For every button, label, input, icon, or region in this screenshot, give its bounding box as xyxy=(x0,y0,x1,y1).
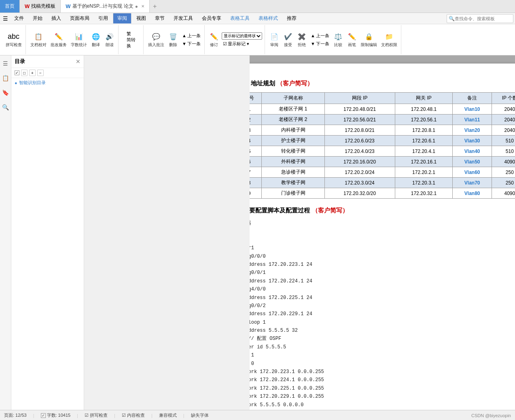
doc-area[interactable]: 3. IP 地址规划 （客户简写） 序号 子网名称 网段 IP 网关 IP 备注… xyxy=(250,55,515,410)
sidebar-icon-menu[interactable]: ☰ xyxy=(2,59,10,68)
prev2-button[interactable]: ▲ 上一条 xyxy=(309,32,331,39)
tab-vip[interactable]: 会员专享 xyxy=(198,13,225,23)
insert-comment-button[interactable]: 💬 插入批注 xyxy=(147,31,165,49)
table-cell-3-0: 4 xyxy=(250,136,262,146)
delete-comment-button[interactable]: 🗑️ 删除 xyxy=(167,31,179,49)
compare-button[interactable]: ⚖️ 比较 xyxy=(332,31,344,49)
tab-file[interactable]: 文件 xyxy=(10,13,28,23)
review-button[interactable]: 📄 审阅 xyxy=(268,31,280,49)
doc-perm-icon: 📁 xyxy=(384,32,394,42)
table-row: 5转化楼子网172.20.4.0/23172.20.4.1Vlan40510 xyxy=(250,146,515,157)
batch-button[interactable]: ✏️ 批改服务 xyxy=(49,31,68,49)
tab-recommend[interactable]: 推荐 xyxy=(283,13,301,23)
read-button[interactable]: 🔊 朗读 xyxy=(104,31,116,49)
review-label: 审阅 xyxy=(270,42,278,48)
translate-button[interactable]: 🌐 翻译 xyxy=(90,31,102,49)
tab-table-tools[interactable]: 表格工具 xyxy=(226,13,254,23)
search-input[interactable] xyxy=(455,16,511,21)
unsaved-dot: ● xyxy=(135,4,138,9)
tab-home[interactable]: 首页 xyxy=(0,0,20,13)
tab-doc[interactable]: W 基于的eNSP...计与实现 论文 ● ✕ xyxy=(61,0,150,13)
table-cell-6-4: Vlan60 xyxy=(453,167,492,178)
code-line: area 0 xyxy=(250,360,515,368)
ribbon-content: abc 拼写检查 📋 文档校对 ✏️ 批改服务 📊 字数统计 xyxy=(0,24,515,55)
table-cell-5-1: 外科楼子网 xyxy=(262,157,324,167)
reject-button[interactable]: ✖️ 拒绝 xyxy=(296,31,308,49)
sidebar-icon-search[interactable]: 🔍 xyxy=(2,103,10,111)
restrict-icon: 🔒 xyxy=(364,32,374,42)
table-cell-7-1: 教学楼子网 xyxy=(262,178,324,188)
doc-perm-button[interactable]: 📁 文档权限 xyxy=(380,31,398,49)
sidebar-icon-doc[interactable]: 📋 xyxy=(2,74,10,82)
table-cell-0-3: 172.20.48.1 xyxy=(395,104,453,115)
table-cell-1-3: 172.20.56.1 xyxy=(395,115,453,125)
search-icon: 🔍 xyxy=(449,16,455,21)
draw-button[interactable]: ✏️ 画笔 xyxy=(346,31,358,49)
table-cell-3-5: 510 xyxy=(492,136,515,146)
show-state-select[interactable]: 显示标记的最终状态 xyxy=(222,32,262,40)
sidebar-checkbox[interactable]: ✓ xyxy=(15,70,19,75)
tab-table-style[interactable]: 表格样式 xyxy=(254,13,282,23)
tab-template[interactable]: W 找稿壳模板 xyxy=(20,0,61,13)
smart-toc-button[interactable]: ● 智能识别目录 xyxy=(11,78,84,87)
table-cell-7-3: 172.20.3.1 xyxy=(395,178,453,188)
table-cell-2-3: 172.20.8.1 xyxy=(395,125,453,136)
show-marks-button[interactable]: ☑ 显示标记 ▾ xyxy=(222,40,262,47)
spell-check-status[interactable]: ☑ 拼写检查 xyxy=(85,412,108,418)
sidebar-close-button[interactable]: ✕ xyxy=(76,58,81,65)
next2-button[interactable]: ▼ 下一条 xyxy=(309,40,331,47)
code-line: int g4/0/0 xyxy=(250,285,515,293)
tab-layout[interactable]: 页面布局 xyxy=(66,13,93,23)
code-line: ip address 172.20.225.1 24 xyxy=(250,294,515,302)
table-cell-1-1: 老楼区子网 2 xyxy=(262,115,324,125)
next-comment-button[interactable]: ▼ 下一条 xyxy=(181,40,202,47)
code-line: sys // 配置 OSPF xyxy=(250,335,515,343)
sidebar-tb-btn2[interactable]: + xyxy=(29,70,36,76)
table-cell-2-1: 内科楼子网 xyxy=(262,125,324,136)
sidebar-icon-bookmark[interactable]: 🔖 xyxy=(2,89,10,97)
spell-check-button[interactable]: abc 拼写检查 xyxy=(4,31,23,49)
tab-review[interactable]: 审阅 xyxy=(113,13,131,24)
menu-icon[interactable]: ☰ xyxy=(2,15,9,22)
trad-simp-button[interactable]: 繁简转换 xyxy=(125,34,138,45)
table-cell-0-1: 老楼区子网 1 xyxy=(262,104,324,115)
table-cell-2-4: Vlan20 xyxy=(453,125,492,136)
insert-comment-label: 插入批注 xyxy=(148,42,164,48)
revise-button[interactable]: ✏️ 修订 xyxy=(208,31,220,49)
search-box[interactable]: 🔍 xyxy=(447,14,513,23)
section3-title: 3. IP 地址规划 （客户简写） xyxy=(250,80,515,87)
doc-compare-button[interactable]: 📋 文档校对 xyxy=(29,31,48,49)
table-cell-7-2: 172.20.3.0/24 xyxy=(324,178,395,188)
content-check-status[interactable]: ☑ 内容检查 xyxy=(122,412,145,418)
tab-reference[interactable]: 引用 xyxy=(94,13,112,23)
prev-comment-button[interactable]: ▲ 上一条 xyxy=(181,32,202,39)
tab-view[interactable]: 视图 xyxy=(132,13,150,23)
sidebar-tb-btn1[interactable]: □ xyxy=(21,70,28,76)
translate-icon: 🌐 xyxy=(91,32,101,42)
table-cell-8-5: 4090 xyxy=(492,188,515,199)
accept-button[interactable]: ✔️ 接受 xyxy=(282,31,294,49)
review-icon: 📄 xyxy=(269,32,279,42)
col-network-ip: 网段 IP xyxy=(324,93,395,104)
table-row: 7急诊楼子网172.20.2.0/24172.20.2.1Vlan60250 xyxy=(250,167,515,178)
accept-icon: ✔️ xyxy=(283,32,293,42)
word-count-button[interactable]: 📊 字数统计 xyxy=(70,31,88,49)
table-cell-8-4: Vlan80 xyxy=(453,188,492,199)
sidebar-tb-btn3[interactable]: − xyxy=(37,70,44,76)
comment-icon: 💬 xyxy=(151,32,161,42)
tab-section[interactable]: 章节 xyxy=(151,13,169,23)
tab-bar: 首页 W 找稿壳模板 W 基于的eNSP...计与实现 论文 ● ✕ + xyxy=(0,0,515,13)
table-cell-1-0: 2 xyxy=(250,115,262,125)
tab-insert[interactable]: 插入 xyxy=(47,13,65,23)
new-tab-button[interactable]: + xyxy=(150,3,160,10)
col-gateway-ip: 网关 IP xyxy=(395,93,453,104)
tab-close-button[interactable]: ✕ xyxy=(141,4,144,8)
doc-perm-label: 文档权限 xyxy=(381,42,397,48)
table-row: 3内科楼子网172.20.8.0/21172.20.8.1Vlan202040 xyxy=(250,125,515,136)
restrict-button[interactable]: 🔒 限制编辑 xyxy=(360,31,378,49)
section4-title-text: 主要配置脚本及配置过程 xyxy=(250,207,310,214)
trad-simp-icon: 繁简转换 xyxy=(127,35,136,45)
table-cell-4-3: 172.20.4.1 xyxy=(395,146,453,157)
tab-devtools[interactable]: 开发工具 xyxy=(170,13,197,23)
tab-start[interactable]: 开始 xyxy=(29,13,47,23)
